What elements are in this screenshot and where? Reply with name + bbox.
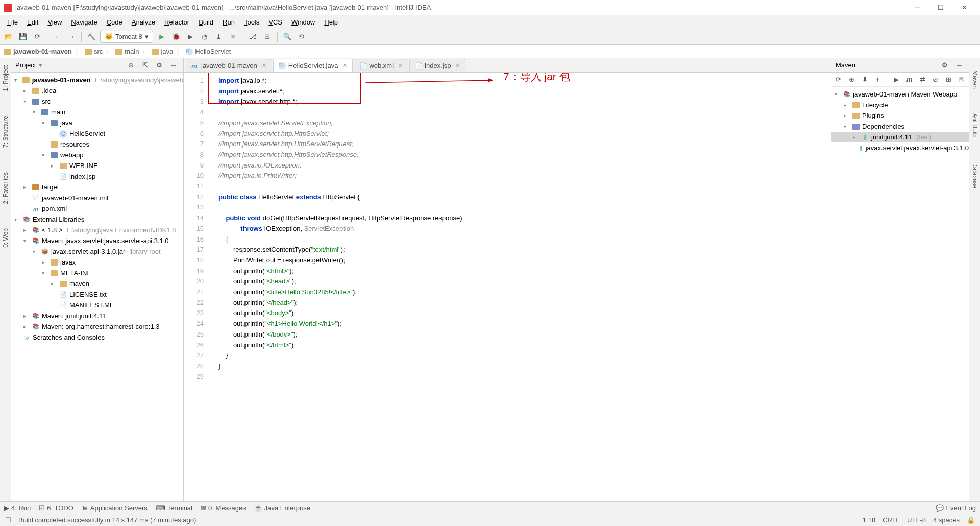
settings-icon[interactable]: ⚙ — [154, 60, 165, 71]
tree-item[interactable]: ▾src — [11, 96, 183, 107]
tree-item[interactable]: ▾META-INF — [11, 268, 183, 278]
tree-item[interactable]: ▸maven — [11, 278, 183, 289]
editor-tab[interactable]: 📄web.xml✕ — [354, 59, 408, 72]
tree-item[interactable]: 📄MANIFEST.MF — [11, 300, 183, 310]
save-all-icon[interactable]: 💾 — [17, 31, 29, 42]
breadcrumb-item[interactable]: javaweb-01-maven — [4, 47, 72, 55]
tree-item[interactable]: ▸Plugins — [831, 110, 969, 121]
collapse-icon[interactable]: ⇱ — [139, 60, 151, 71]
tree-item[interactable]: ▸📚Maven: junit:junit:4.11 — [11, 310, 183, 321]
menu-build[interactable]: Build — [194, 17, 217, 28]
vcs-icon[interactable]: ⎇ — [248, 31, 259, 42]
tool-project[interactable]: 1: Project — [2, 63, 9, 93]
add-icon[interactable]: ＋ — [873, 74, 883, 85]
tree-item[interactable]: ▾webapp — [11, 150, 183, 160]
run-config-selector[interactable]: 🐱 Tomcat 8 ▾ — [100, 31, 153, 43]
menu-vcs[interactable]: VCS — [264, 17, 286, 28]
attach-icon[interactable]: ⤓ — [213, 31, 225, 42]
tree-item[interactable]: resources — [11, 139, 183, 150]
bottom-tool-terminal[interactable]: ⌨Terminal — [156, 504, 192, 512]
bottom-tool-messages[interactable]: ✉0: Messages — [201, 504, 246, 512]
toggle-offline-icon[interactable]: ⇄ — [918, 74, 928, 85]
menu-analyze[interactable]: Analyze — [128, 17, 159, 28]
close-tab-icon[interactable]: ✕ — [455, 62, 460, 69]
menu-file[interactable]: File — [3, 17, 22, 28]
breadcrumb-item[interactable]: java — [152, 47, 173, 55]
run-maven-icon[interactable]: ▶ — [891, 74, 901, 85]
menu-code[interactable]: Code — [103, 17, 127, 28]
close-tab-icon[interactable]: ✕ — [262, 62, 266, 69]
tree-item[interactable]: mpom.xml — [11, 203, 183, 214]
close-button[interactable]: ✕ — [952, 0, 976, 15]
code-content[interactable]: import java.io.*;import javax.servlet.*;… — [212, 73, 824, 501]
project-tree[interactable]: ▾javaweb-01-mavenF:\studying\javastudy\j… — [11, 73, 183, 501]
debug-icon[interactable]: 🐞 — [170, 31, 182, 42]
collapse-all-icon[interactable]: ⇱ — [957, 74, 967, 85]
tree-item[interactable]: ▾java — [11, 117, 183, 128]
tree-item[interactable]: ‖javax.servlet:javax.servlet-api:3.1.0 — [831, 142, 969, 153]
tree-item[interactable]: 📄javaweb-01-maven.iml — [11, 193, 183, 203]
tool-favorites[interactable]: 2: Favorites — [2, 170, 9, 206]
tool-web[interactable]: 0: Web — [2, 226, 9, 250]
menu-navigate[interactable]: Navigate — [67, 17, 101, 28]
breadcrumb-item[interactable]: src — [85, 47, 103, 55]
bottom-tool-run[interactable]: ▶4: Run — [4, 504, 31, 512]
bottom-tool-todo[interactable]: ☑6: TODO — [39, 504, 74, 512]
event-log[interactable]: 💬Event Log — [936, 504, 976, 512]
sync-icon[interactable]: ⟳ — [32, 31, 43, 42]
tree-item[interactable]: ▸WEB-INF — [11, 160, 183, 171]
tree-item[interactable]: 📄LICENSE.txt — [11, 289, 183, 300]
open-icon[interactable]: 📂 — [3, 31, 14, 42]
error-stripe[interactable] — [824, 73, 831, 501]
menu-tools[interactable]: Tools — [240, 17, 263, 28]
tree-item[interactable]: ▸📚< 1.8 >F:\studying\java Environment\JD… — [11, 225, 183, 235]
tree-item[interactable]: ▸Lifecycle — [831, 100, 969, 110]
menu-window[interactable]: Window — [287, 17, 319, 28]
run-icon[interactable]: ▶ — [156, 31, 167, 42]
indent-info[interactable]: 4 spaces — [933, 516, 960, 524]
tree-item[interactable]: ▸📚Maven: org.hamcrest:hamcrest-core:1.3 — [11, 321, 183, 332]
generate-icon[interactable]: ⊕ — [847, 74, 857, 85]
breadcrumb-item[interactable]: CHelloServlet — [186, 47, 231, 55]
forward-icon[interactable]: → — [66, 31, 77, 42]
bottom-tool-javaenterprise[interactable]: ☕Java Enterprise — [254, 504, 310, 512]
maximize-button[interactable]: ☐ — [929, 0, 952, 15]
tool-antbuild[interactable]: Ant Build — [971, 111, 978, 140]
close-tab-icon[interactable]: ✕ — [342, 62, 347, 69]
structure-icon[interactable]: ⊞ — [262, 31, 273, 42]
hide-panel-icon[interactable]: ─ — [953, 60, 965, 71]
line-separator[interactable]: CRLF — [883, 516, 900, 524]
back-icon[interactable]: ← — [52, 31, 63, 42]
search-icon[interactable]: 🔍 — [282, 31, 293, 42]
breadcrumb-item[interactable]: main — [115, 47, 139, 55]
tree-item[interactable]: ▸target — [11, 182, 183, 193]
tree-item[interactable]: ▸javax — [11, 257, 183, 268]
profile-icon[interactable]: ◔ — [199, 31, 210, 42]
editor-tab[interactable]: CHelloServlet.java✕ — [273, 59, 353, 72]
editor-tab[interactable]: 📄index.jsp✕ — [409, 59, 465, 72]
tree-item[interactable]: ▾📦javax.servlet-api-3.1.0.jarlibrary roo… — [11, 246, 183, 257]
menu-run[interactable]: Run — [218, 17, 239, 28]
tree-item[interactable]: ▾javaweb-01-mavenF:\studying\javastudy\j… — [11, 75, 183, 85]
skip-tests-icon[interactable]: ⊘ — [930, 74, 941, 85]
tree-item[interactable]: ▸‖junit:junit:4.11(test) — [831, 132, 969, 142]
menu-refactor[interactable]: Refactor — [160, 17, 193, 28]
file-encoding[interactable]: UTF-8 — [907, 516, 926, 524]
tree-item[interactable]: ▾main — [11, 107, 183, 117]
editor-tab[interactable]: mjavaweb-01-maven✕ — [186, 59, 272, 72]
menu-edit[interactable]: Edit — [23, 17, 42, 28]
tool-structure[interactable]: 7: Structure — [2, 114, 9, 150]
build-icon[interactable]: 🔨 — [86, 31, 97, 42]
dependencies-icon[interactable]: ⊞ — [944, 74, 954, 85]
stop-icon[interactable]: ■ — [228, 31, 239, 42]
bottom-tool-applicationservers[interactable]: 🖥Application Servers — [82, 504, 148, 512]
hide-icon[interactable]: ─ — [168, 60, 179, 71]
tree-item[interactable]: ▾📚External Libraries — [11, 214, 183, 225]
tree-item[interactable]: ▾📚Maven: javax.servlet:javax.servlet-api… — [11, 235, 183, 246]
coverage-icon[interactable]: ▶ — [185, 31, 196, 42]
tree-item[interactable]: 📄index.jsp — [11, 171, 183, 182]
maven-m-icon[interactable]: m — [904, 74, 915, 85]
tool-database[interactable]: Database — [971, 160, 978, 190]
menu-help[interactable]: Help — [320, 17, 342, 28]
tree-item[interactable]: ▸.idea — [11, 85, 183, 96]
